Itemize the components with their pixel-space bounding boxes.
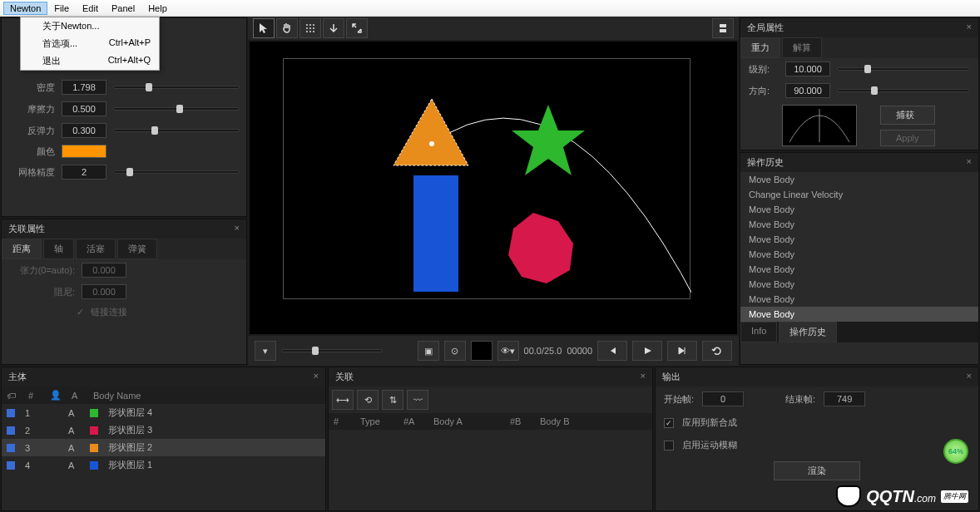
color-swatch[interactable] <box>62 145 106 158</box>
fit-icon[interactable]: ▣ <box>418 341 439 361</box>
link-distance-icon[interactable]: ⟷ <box>332 390 354 410</box>
render-button[interactable]: 渲染 <box>774 461 860 480</box>
down-arrow-icon[interactable] <box>323 18 344 38</box>
select-tool-icon[interactable] <box>253 18 275 38</box>
history-item[interactable]: Change Linear Velocity <box>740 187 978 202</box>
chain-label: 链接连接 <box>91 306 127 318</box>
next-frame-button[interactable] <box>667 341 697 361</box>
settings-icon[interactable] <box>712 18 734 38</box>
tab-gravity[interactable]: 重力 <box>740 37 780 58</box>
prop-value[interactable]: 0.300 <box>62 123 106 138</box>
pan-tool-icon[interactable] <box>276 18 298 38</box>
svg-point-1 <box>309 24 311 26</box>
motion-blur-checkbox[interactable] <box>664 441 674 450</box>
grid-tool-icon[interactable] <box>299 18 321 38</box>
history-item[interactable]: Move Body <box>740 262 978 277</box>
close-icon[interactable]: × <box>235 223 240 235</box>
body-row[interactable]: 4A形状图层 1 <box>2 456 325 474</box>
svg-marker-15 <box>508 213 573 283</box>
history-item[interactable]: Move Body <box>740 292 978 307</box>
bg-color-swatch[interactable] <box>471 341 492 361</box>
close-icon[interactable]: × <box>314 371 319 383</box>
history-item[interactable]: Move Body <box>740 247 978 262</box>
visibility-icon[interactable]: 👁▾ <box>497 341 519 361</box>
menu-edit[interactable]: Edit <box>76 2 105 15</box>
menu-panel[interactable]: Panel <box>105 2 141 15</box>
zoom-menu-icon[interactable]: ▾ <box>255 341 276 361</box>
capture-button[interactable]: 捕获 <box>880 106 935 125</box>
menu-about[interactable]: 关于Newton... <box>21 17 159 35</box>
prop-value[interactable]: 0.500 <box>62 101 106 116</box>
prev-frame-button[interactable] <box>597 341 627 361</box>
dir-value[interactable]: 90.000 <box>785 83 830 98</box>
svg-point-4 <box>309 27 311 29</box>
col-type: Type <box>360 416 393 426</box>
menu-exit[interactable]: 退出Ctrl+Alt+Q <box>21 52 159 70</box>
history-item[interactable]: Move Body <box>740 172 978 187</box>
play-button[interactable] <box>632 341 662 361</box>
menu-newton[interactable]: Newton <box>3 2 47 15</box>
menu-file[interactable]: File <box>47 2 76 15</box>
link-axis-icon[interactable]: ⟲ <box>357 390 379 410</box>
end-frame-input[interactable]: 749 <box>824 391 865 406</box>
assoc-tab[interactable]: 距离 <box>2 239 42 259</box>
body-row[interactable]: 2A形状图层 3 <box>2 421 325 439</box>
expand-icon[interactable] <box>346 18 368 38</box>
viewport[interactable] <box>250 42 737 334</box>
level-label: 级别: <box>749 63 779 76</box>
dir-slider[interactable] <box>837 89 970 92</box>
progress-badge: 64% <box>943 439 968 464</box>
menu-help[interactable]: Help <box>141 2 174 15</box>
history-item[interactable]: Move Body <box>740 232 978 247</box>
tag-icon[interactable]: 🏷 <box>7 391 18 401</box>
level-slider[interactable] <box>837 67 970 71</box>
assoc-tab[interactable]: 活塞 <box>76 239 116 259</box>
svg-point-0 <box>306 24 308 26</box>
damp-value: 0.000 <box>82 284 126 299</box>
loop-button[interactable] <box>702 341 732 361</box>
history-item[interactable]: Move Body <box>740 277 978 292</box>
link-piston-icon[interactable]: ⇅ <box>382 390 403 410</box>
tension-value: 0.000 <box>82 263 126 278</box>
history-panel: 操作历史× Move BodyChange Linear VelocityMov… <box>740 152 979 365</box>
prop-label: 反弹力 <box>8 125 55 137</box>
new-comp-checkbox[interactable]: ✓ <box>664 418 674 428</box>
transport-bar: ▾ ▣ ⊙ 👁▾ 00.0/25.0 00000 <box>248 336 739 366</box>
prop-slider[interactable] <box>113 86 240 89</box>
prop-slider[interactable] <box>113 129 240 132</box>
close-icon[interactable]: × <box>641 371 646 383</box>
close-icon[interactable]: × <box>967 22 972 34</box>
viewport-toolbar <box>248 17 739 40</box>
col-num: # <box>334 416 350 426</box>
links-title: 关联 <box>335 371 354 383</box>
tab-solver[interactable]: 解算 <box>782 37 822 58</box>
history-item[interactable]: Move Body <box>740 217 978 232</box>
menu-preferences[interactable]: 首选项...Ctrl+Alt+P <box>21 35 159 52</box>
assoc-tab[interactable]: 弹簧 <box>117 239 157 259</box>
zoom-slider[interactable] <box>281 349 383 352</box>
svg-marker-11 <box>393 99 468 165</box>
mesh-slider[interactable] <box>113 170 240 174</box>
tab-info[interactable]: Info <box>740 322 777 342</box>
mesh-value[interactable]: 2 <box>62 165 106 180</box>
col-body-b: Body B <box>540 416 569 426</box>
prop-slider[interactable] <box>113 107 240 111</box>
history-title: 操作历史 <box>747 156 784 169</box>
history-item[interactable]: Move Body <box>740 307 978 322</box>
center-icon[interactable]: ⊙ <box>444 341 466 361</box>
body-row[interactable]: 1A形状图层 4 <box>2 404 325 421</box>
close-icon[interactable]: × <box>967 156 972 169</box>
close-icon[interactable]: × <box>967 371 972 383</box>
start-frame-input[interactable]: 0 <box>702 391 744 406</box>
svg-point-6 <box>306 31 308 32</box>
assoc-tab[interactable]: 轴 <box>43 239 74 259</box>
level-value[interactable]: 10.000 <box>785 62 830 76</box>
prop-value[interactable]: 1.798 <box>62 80 106 95</box>
tab-history[interactable]: 操作历史 <box>779 322 837 342</box>
history-item[interactable]: Move Body <box>740 202 978 217</box>
assoc-properties-panel: 关联属性× 距离轴活塞弹簧 张力(0=auto):0.000 阻尼:0.000 … <box>1 219 247 365</box>
person-icon: 👤 <box>50 390 62 401</box>
body-row[interactable]: 3A形状图层 2 <box>2 439 325 456</box>
link-spring-icon[interactable]: 〰 <box>407 390 428 410</box>
apply-button: Apply <box>880 130 935 146</box>
